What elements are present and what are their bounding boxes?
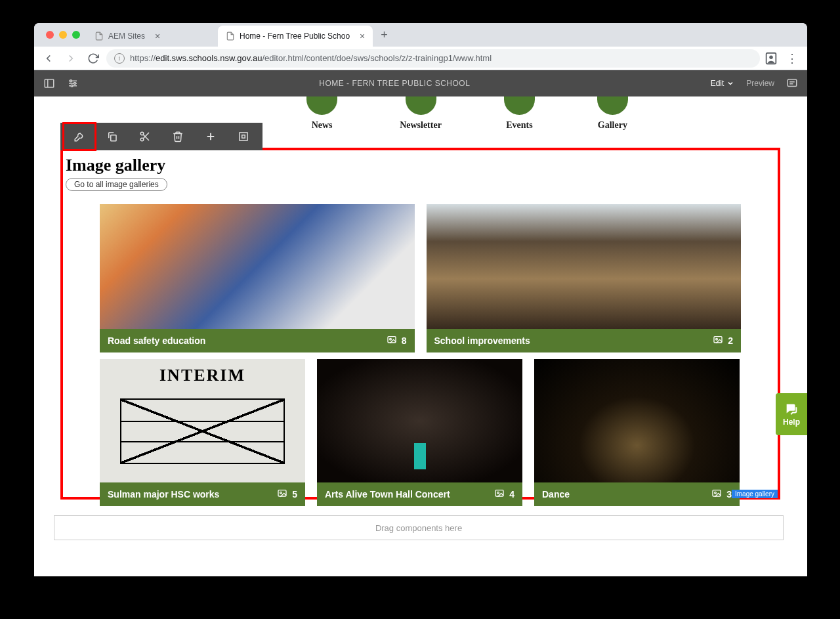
gallery-card[interactable]: School improvements 2 (427, 204, 742, 352)
svg-point-27 (280, 492, 282, 494)
gallery-thumbnail (534, 359, 740, 482)
browser-tab-active[interactable]: Home - Fern Tree Public Schoo × (218, 26, 373, 47)
preview-button[interactable]: Preview (746, 79, 774, 88)
gallery-grid: Road safety education 8 School improveme… (63, 191, 778, 506)
gallery-card-count: 5 (292, 489, 297, 500)
gallery-card-count: 4 (509, 489, 514, 500)
svg-point-15 (140, 138, 144, 141)
tab-title: AEM Sites (108, 32, 145, 41)
parent-icon (238, 131, 249, 142)
gallery-card-count: 3 (726, 489, 732, 500)
gallery-thumbnail (100, 204, 415, 329)
svg-rect-21 (242, 135, 245, 139)
content-canvas: News Newsletter Events Gallery (34, 96, 807, 576)
side-panel-icon[interactable] (43, 77, 55, 89)
profile-icon[interactable] (764, 51, 778, 66)
svg-point-31 (715, 492, 717, 494)
nav-bar: i https://edit.sws.schools.nsw.gov.au/ed… (34, 47, 807, 70)
gallery-card[interactable]: INTERIM Sulman major HSC works 5 (100, 359, 305, 506)
wrench-icon (74, 131, 85, 142)
help-button[interactable]: Help (776, 393, 807, 435)
svg-rect-2 (45, 79, 54, 87)
image-icon (711, 488, 723, 501)
mode-dropdown[interactable]: Edit (711, 79, 735, 88)
gallery-card-title: Sulman major HSC works (108, 489, 219, 500)
quicklink-events[interactable]: Events (504, 96, 535, 131)
url-text: https://edit.sws.schools.nsw.gov.au/edit… (130, 53, 492, 63)
chevron-down-icon (726, 79, 734, 87)
svg-rect-20 (240, 133, 247, 140)
image-gallery-component[interactable]: Image gallery Go to all image galleries … (60, 148, 780, 500)
gallery-thumbnail (317, 359, 522, 482)
gallery-card-title: Road safety education (108, 335, 205, 346)
all-galleries-button[interactable]: Go to all image galleries (66, 178, 167, 191)
browser-tab[interactable]: AEM Sites × (87, 26, 218, 47)
window-controls (39, 23, 87, 47)
gallery-thumbnail: INTERIM (100, 359, 305, 482)
gallery-card-title: School improvements (434, 335, 530, 346)
configure-button[interactable] (63, 123, 96, 150)
gallery-card-title: Arts Alive Town Hall Concert (325, 489, 450, 500)
svg-point-7 (70, 80, 72, 82)
browser-window: AEM Sites × Home - Fern Tree Public Scho… (34, 23, 807, 576)
tab-bar: AEM Sites × Home - Fern Tree Public Scho… (34, 23, 807, 47)
gallery-card[interactable]: Dance 3 (534, 359, 740, 506)
back-button[interactable] (39, 49, 58, 68)
reload-button[interactable] (84, 49, 102, 68)
close-tab-icon[interactable]: × (150, 31, 160, 41)
insert-button[interactable] (194, 123, 227, 150)
gallery-card-count: 2 (728, 335, 733, 346)
address-bar[interactable]: i https://edit.sws.schools.nsw.gov.au/ed… (106, 49, 760, 68)
copy-icon (106, 131, 118, 142)
minimize-window-button[interactable] (59, 31, 67, 39)
newsletter-icon (406, 96, 436, 115)
gallery-card-count: 8 (402, 335, 407, 346)
quicklink-news[interactable]: News (306, 96, 337, 131)
site-info-icon[interactable]: i (114, 53, 125, 64)
document-icon (306, 96, 337, 115)
svg-point-25 (716, 338, 718, 340)
close-window-button[interactable] (46, 31, 54, 39)
svg-point-14 (140, 132, 144, 135)
quicklink-newsletter[interactable]: Newsletter (400, 96, 442, 131)
image-icon (712, 335, 724, 347)
close-tab-icon[interactable]: × (354, 31, 365, 41)
svg-point-1 (769, 55, 773, 59)
copy-button[interactable] (96, 123, 129, 150)
calendar-icon (504, 96, 535, 115)
chat-icon (784, 402, 799, 416)
svg-point-9 (71, 85, 73, 87)
scissors-icon (139, 131, 151, 142)
page-properties-icon[interactable] (67, 77, 79, 89)
forward-button[interactable] (62, 49, 80, 68)
gallery-card-title: Dance (542, 489, 570, 500)
new-tab-button[interactable]: + (373, 28, 396, 42)
annotate-icon[interactable] (786, 77, 798, 89)
trash-icon (172, 131, 184, 142)
maximize-window-button[interactable] (72, 31, 80, 39)
gallery-card[interactable]: Road safety education 8 (100, 204, 415, 352)
image-icon (494, 488, 505, 501)
page-icon (94, 32, 104, 41)
svg-rect-10 (788, 79, 797, 87)
image-icon (276, 488, 288, 501)
cut-button[interactable] (129, 123, 161, 150)
browser-menu-icon[interactable]: ⋮ (782, 51, 802, 66)
parent-button[interactable] (227, 123, 260, 150)
plus-icon (205, 131, 217, 142)
quicklink-gallery[interactable]: Gallery (597, 96, 628, 131)
component-label-badge: Image gallery (732, 490, 778, 498)
image-icon (386, 335, 398, 347)
gallery-thumbnail (427, 204, 742, 329)
component-toolbar (60, 123, 262, 150)
image-icon (597, 96, 628, 115)
svg-point-29 (497, 492, 499, 494)
tab-title: Home - Fern Tree Public Schoo (240, 32, 350, 41)
svg-rect-13 (111, 135, 116, 141)
gallery-heading: Image gallery (63, 156, 778, 178)
editor-toolbar: HOME - FERN TREE PUBLIC SCHOOL Edit Prev… (34, 70, 807, 96)
page-icon (226, 32, 235, 41)
delete-button[interactable] (161, 123, 194, 150)
drop-zone[interactable]: Drag components here (54, 515, 784, 540)
gallery-card[interactable]: Arts Alive Town Hall Concert 4 (317, 359, 522, 506)
